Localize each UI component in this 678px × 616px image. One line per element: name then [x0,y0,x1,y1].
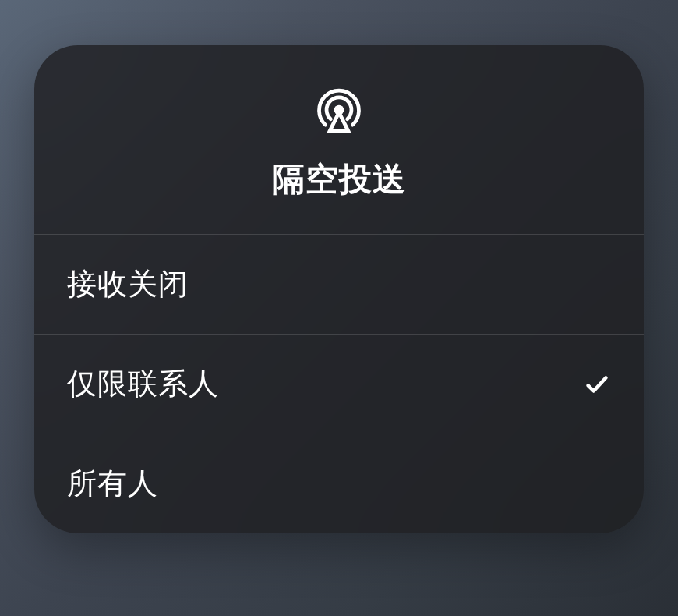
airdrop-settings-panel: 隔空投送 接收关闭 仅限联系人 所有人 [34,45,644,533]
option-receiving-off[interactable]: 接收关闭 [34,235,644,335]
checkmark-icon [583,370,611,398]
option-everyone[interactable]: 所有人 [34,434,644,533]
panel-title: 隔空投送 [272,158,406,201]
option-label: 接收关闭 [67,264,189,304]
panel-header: 隔空投送 [34,45,644,235]
option-label: 仅限联系人 [67,364,219,404]
option-contacts-only[interactable]: 仅限联系人 [34,335,644,434]
option-label: 所有人 [67,464,158,504]
airdrop-icon [312,83,366,137]
